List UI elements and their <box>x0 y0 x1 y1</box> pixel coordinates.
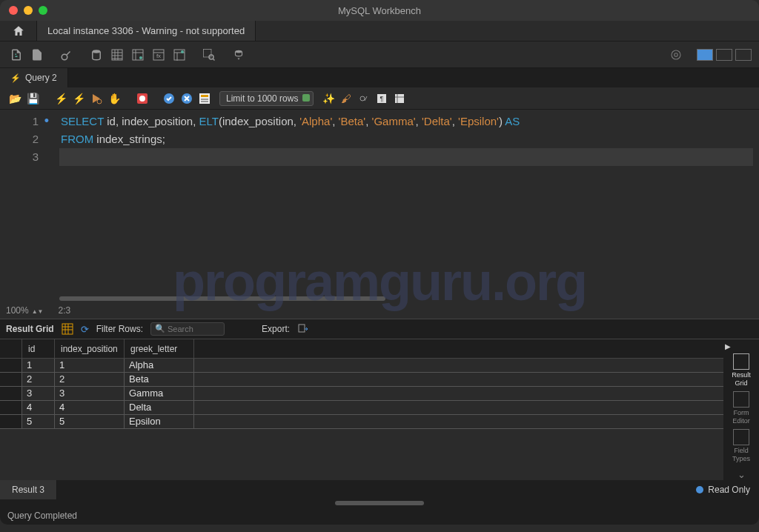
query-tab[interactable]: ⚡ Query 2 <box>0 68 68 87</box>
table-row[interactable]: 44Delta <box>0 401 723 415</box>
cell[interactable]: Gamma <box>125 387 194 400</box>
cell[interactable]: 2 <box>55 373 125 386</box>
table-row[interactable]: 55Epsilon <box>0 415 723 429</box>
stop-icon[interactable]: ✋ <box>107 91 122 106</box>
rollback-icon[interactable] <box>179 91 194 106</box>
status-text: Query Completed <box>7 511 77 521</box>
minimize-window-button[interactable] <box>24 6 33 15</box>
code-area[interactable]: SELECT id, index_position, ELT(index_pos… <box>44 110 759 295</box>
right-panel-toggle[interactable] <box>735 49 752 61</box>
svg-rect-26 <box>395 94 404 103</box>
cell[interactable]: 1 <box>22 359 55 372</box>
home-tab[interactable] <box>0 21 37 41</box>
result-tab[interactable]: Result 3 <box>0 480 57 499</box>
connection-tab[interactable]: Local instance 3306 - Warning - not supp… <box>37 21 256 41</box>
save-file-icon[interactable]: 💾 <box>25 91 40 106</box>
export-label: Export: <box>262 324 290 334</box>
explain-icon[interactable] <box>89 91 104 106</box>
find-icon[interactable]: 🖌 <box>339 91 354 106</box>
cell[interactable]: 5 <box>55 415 125 428</box>
main-toolbar: fx <box>0 41 759 68</box>
editor-horizontal-scrollbar[interactable] <box>0 295 759 302</box>
cell[interactable]: 4 <box>55 401 125 414</box>
open-sql-file-icon[interactable] <box>29 47 45 63</box>
snippets-icon[interactable] <box>392 91 407 106</box>
expand-arrow-icon[interactable]: ▶ <box>725 342 731 350</box>
result-grid-view-button[interactable]: Result Grid <box>725 352 758 388</box>
commit-icon[interactable] <box>162 91 176 106</box>
execute-icon[interactable]: ⚡ <box>53 91 68 106</box>
row-handle[interactable] <box>0 359 22 372</box>
column-header[interactable]: greek_letter <box>125 339 194 358</box>
result-side-panel: ▶ Result Grid Form Editor Field Types ⌄ <box>723 339 759 480</box>
cell[interactable]: Alpha <box>125 359 194 372</box>
cell-empty <box>194 359 723 372</box>
toggle-limit-icon[interactable] <box>197 91 212 106</box>
form-editor-view-button[interactable]: Form Editor <box>725 390 758 426</box>
readonly-dot-icon <box>696 486 703 493</box>
line-number: 1 <box>0 113 39 130</box>
row-handle[interactable] <box>0 401 22 414</box>
window-title: MySQL Workbench <box>338 5 421 16</box>
result-grid-label: Result Grid <box>6 324 54 334</box>
active-line-highlight <box>59 148 753 166</box>
svg-point-12 <box>672 50 680 59</box>
create-table-icon[interactable] <box>109 47 125 63</box>
toggle-autocommit-icon[interactable] <box>135 91 150 106</box>
table-row[interactable]: 22Beta <box>0 373 723 387</box>
cell[interactable]: 4 <box>22 401 55 414</box>
settings-gear-icon[interactable] <box>668 47 684 63</box>
sql-editor[interactable]: 1 2 3 SELECT id, index_position, ELT(ind… <box>0 110 759 295</box>
row-handle[interactable] <box>0 387 22 400</box>
editor-toolbar: 📂 💾 ⚡ ⚡ ✋ Limit to 1000 rows ✨ 🖌 ¶ <box>0 87 759 110</box>
svg-point-0 <box>62 54 67 60</box>
create-procedure-icon[interactable]: fx <box>150 47 167 63</box>
connection-tabbar: Local instance 3306 - Warning - not supp… <box>0 21 759 41</box>
svg-rect-22 <box>201 101 208 102</box>
open-file-icon[interactable]: 📂 <box>7 91 22 106</box>
cell[interactable]: Epsilon <box>125 415 194 428</box>
search-table-icon[interactable] <box>201 47 217 63</box>
field-types-view-button[interactable]: Field Types <box>725 428 758 465</box>
cell[interactable]: 2 <box>22 373 55 386</box>
cell[interactable]: 5 <box>22 415 55 428</box>
create-view-icon[interactable] <box>130 47 146 63</box>
export-icon[interactable] <box>297 323 309 335</box>
create-schema-icon[interactable] <box>88 47 105 63</box>
chevron-down-icon[interactable]: ⌄ <box>738 469 746 480</box>
row-handle[interactable] <box>0 415 22 428</box>
execute-current-icon[interactable]: ⚡ <box>71 91 86 106</box>
column-header[interactable]: index_position <box>55 339 125 358</box>
status-bar: Query Completed <box>0 507 759 525</box>
create-function-icon[interactable] <box>171 47 188 63</box>
zoom-stepper[interactable]: ▲▼ <box>32 310 44 314</box>
wrap-icon[interactable]: ¶ <box>374 91 389 106</box>
table-row[interactable]: 11Alpha <box>0 359 723 373</box>
bottom-panel-toggle[interactable] <box>716 49 732 61</box>
close-window-button[interactable] <box>9 6 18 15</box>
beautify-icon[interactable]: ✨ <box>321 91 336 106</box>
cell[interactable]: 3 <box>55 387 125 400</box>
row-handle[interactable] <box>0 373 22 386</box>
invisible-chars-icon[interactable] <box>357 91 371 106</box>
left-panel-toggle[interactable] <box>697 49 713 61</box>
cell[interactable]: 3 <box>22 387 55 400</box>
svg-rect-20 <box>201 95 208 97</box>
bottom-horizontal-scrollbar[interactable] <box>0 499 759 507</box>
reconnect-icon[interactable] <box>231 47 247 63</box>
limit-dropdown[interactable]: Limit to 1000 rows <box>219 91 314 106</box>
new-sql-tab-icon[interactable] <box>8 47 24 63</box>
result-grid-icon[interactable] <box>62 323 73 335</box>
table-row[interactable]: 33Gamma <box>0 387 723 401</box>
svg-point-8 <box>181 50 184 53</box>
refresh-icon[interactable]: ⟳ <box>81 324 89 335</box>
svg-text:¶: ¶ <box>380 95 384 102</box>
cell[interactable]: 1 <box>55 359 125 372</box>
svg-point-13 <box>675 53 678 56</box>
cell[interactable]: Delta <box>125 401 194 414</box>
column-header[interactable]: id <box>22 339 55 358</box>
maximize-window-button[interactable] <box>39 6 47 15</box>
result-grid[interactable]: id index_position greek_letter 11Alpha22… <box>0 339 723 480</box>
cell[interactable]: Beta <box>125 373 194 386</box>
inspector-icon[interactable] <box>59 47 75 63</box>
